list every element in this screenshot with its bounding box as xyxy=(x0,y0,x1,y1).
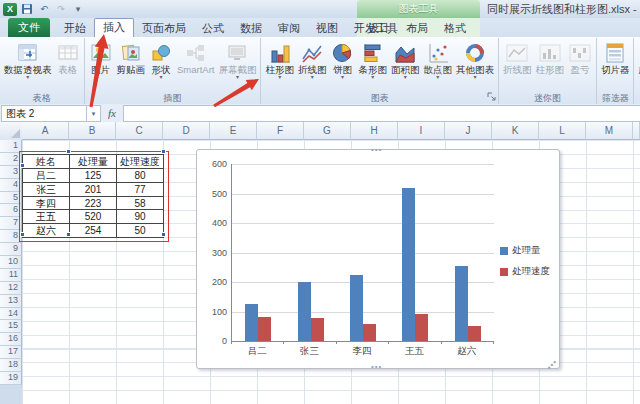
table-cell[interactable]: 223 xyxy=(70,197,117,211)
column-header-H[interactable]: H xyxy=(351,122,398,140)
bar-处理量-王五[interactable] xyxy=(402,188,415,341)
row-header-4[interactable]: 4 xyxy=(0,179,22,192)
other-charts-button[interactable]: 其他图表▾ xyxy=(454,39,496,81)
table-cell[interactable]: 吕二 xyxy=(23,169,70,183)
table-cell[interactable]: 520 xyxy=(70,210,117,224)
row-header-16[interactable]: 16 xyxy=(0,333,22,346)
row-header-14[interactable]: 14 xyxy=(0,308,22,321)
bar-处理量-吕二[interactable] xyxy=(245,304,258,341)
tab-file[interactable]: 文件 xyxy=(8,18,50,37)
shapes-button[interactable]: 形状▾ xyxy=(147,39,175,81)
tab-design[interactable]: 设计 xyxy=(360,19,398,37)
row-header-3[interactable]: 3 xyxy=(0,166,22,179)
bar-处理速度-吕二[interactable] xyxy=(258,317,271,341)
table-cell[interactable]: 125 xyxy=(70,169,117,183)
table-cell[interactable]: 80 xyxy=(117,169,164,183)
bar-处理量-赵六[interactable] xyxy=(455,266,468,341)
chart-top-handle[interactable]: ••• xyxy=(371,148,382,152)
table-cell[interactable]: 赵六 xyxy=(23,224,70,238)
column-header-J[interactable]: J xyxy=(445,122,492,140)
tab-format[interactable]: 格式 xyxy=(436,19,474,37)
line-chart-button[interactable]: 折线图▾ xyxy=(296,39,329,81)
row-header-11[interactable]: 11 xyxy=(0,269,22,282)
column-header-K[interactable]: K xyxy=(492,122,539,140)
column-header-M[interactable]: M xyxy=(586,122,633,140)
column-header-G[interactable]: G xyxy=(304,122,351,140)
hyperlink-button[interactable]: 超链接 xyxy=(636,39,640,76)
name-box[interactable]: 图表 2 xyxy=(1,105,87,122)
table-cell[interactable]: 50 xyxy=(117,224,164,238)
row-header-5[interactable]: 5 xyxy=(0,192,22,205)
bar-处理量-张三[interactable] xyxy=(298,282,311,341)
row-header-9[interactable]: 9 xyxy=(0,243,22,256)
row-header-18[interactable]: 18 xyxy=(0,359,22,372)
scatter-chart-button[interactable]: 散点图▾ xyxy=(421,39,454,81)
save-icon[interactable] xyxy=(20,3,34,16)
table-header-cell[interactable]: 处理量 xyxy=(70,155,117,169)
chart-resize-handle[interactable]: ••• xyxy=(547,360,558,371)
sheet-grid[interactable]: 姓名处理量处理速度吕二12580张三20177李四22358王五52090赵六2… xyxy=(22,140,640,404)
chart-bottom-handle[interactable]: ••• xyxy=(371,365,382,369)
picture-button[interactable]: 图片 xyxy=(87,39,115,76)
slicer-button[interactable]: 切片器 xyxy=(599,39,632,76)
data-table[interactable]: 姓名处理量处理速度吕二12580张三20177李四22358王五52090赵六2… xyxy=(22,154,164,238)
tab-layout[interactable]: 布局 xyxy=(398,19,436,37)
row-header-1[interactable]: 1 xyxy=(0,140,22,153)
column-header-B[interactable]: B xyxy=(69,122,116,140)
row-header-8[interactable]: 8 xyxy=(0,230,22,243)
area-chart-button[interactable]: 面积图▾ xyxy=(389,39,422,81)
tab-review[interactable]: 审阅 xyxy=(270,19,308,37)
row-header-15[interactable]: 15 xyxy=(0,320,22,333)
name-box-dropdown-icon[interactable]: ▾ xyxy=(87,105,101,122)
column-header-F[interactable]: F xyxy=(257,122,304,140)
column-chart-button[interactable]: 柱形图▾ xyxy=(263,39,296,81)
row-header-17[interactable]: 17 xyxy=(0,346,22,359)
column-header-D[interactable]: D xyxy=(163,122,210,140)
clipart-button[interactable]: 剪贴画 xyxy=(115,39,148,76)
insert-function-icon[interactable]: fx xyxy=(101,107,123,119)
row-header-12[interactable]: 12 xyxy=(0,282,22,295)
column-header-E[interactable]: E xyxy=(210,122,257,140)
bar-处理量-李四[interactable] xyxy=(350,275,363,341)
table-cell[interactable]: 李四 xyxy=(23,197,70,211)
bar-处理速度-张三[interactable] xyxy=(311,318,324,341)
table-cell[interactable]: 201 xyxy=(70,183,117,197)
table-header-cell[interactable]: 姓名 xyxy=(23,155,70,169)
legend-entry[interactable]: 处理速度 xyxy=(500,265,550,278)
tab-data[interactable]: 数据 xyxy=(232,19,270,37)
table-cell[interactable]: 58 xyxy=(117,197,164,211)
bar-chart-button[interactable]: 条形图▾ xyxy=(356,39,389,81)
row-header-2[interactable]: 2 xyxy=(0,153,22,166)
bar-处理速度-李四[interactable] xyxy=(363,324,376,341)
table-cell[interactable]: 张三 xyxy=(23,183,70,197)
pie-chart-button[interactable]: 饼图▾ xyxy=(328,39,356,81)
tab-view[interactable]: 视图 xyxy=(308,19,346,37)
table-cell[interactable]: 90 xyxy=(117,210,164,224)
table-cell[interactable]: 王五 xyxy=(23,210,70,224)
customize-quick-access-icon[interactable]: ▾ xyxy=(71,3,85,16)
legend-entry[interactable]: 处理量 xyxy=(500,244,550,257)
row-header-6[interactable]: 6 xyxy=(0,204,22,217)
table-cell[interactable]: 77 xyxy=(117,183,164,197)
pivottable-button[interactable]: 数据透视表▾ xyxy=(2,39,54,81)
tab-formulas[interactable]: 公式 xyxy=(194,19,232,37)
tab-home[interactable]: 开始 xyxy=(56,19,94,37)
column-header-A[interactable]: A xyxy=(22,122,69,140)
select-all-corner[interactable] xyxy=(0,122,23,141)
redo-icon[interactable]: ↷ xyxy=(54,3,68,16)
chart-object[interactable]: 0100200300400500600 吕二张三李四王五赵六 处理量处理速度 •… xyxy=(196,149,560,369)
column-header-L[interactable]: L xyxy=(539,122,586,140)
bar-处理速度-赵六[interactable] xyxy=(468,326,481,341)
column-header-partial[interactable] xyxy=(633,122,640,140)
table-header-cell[interactable]: 处理速度 xyxy=(117,155,164,169)
tab-insert[interactable]: 插入 xyxy=(94,18,134,37)
table-cell[interactable]: 254 xyxy=(70,224,117,238)
row-header-7[interactable]: 7 xyxy=(0,217,22,230)
dialog-launcher-icon[interactable] xyxy=(487,91,496,103)
row-header-10[interactable]: 10 xyxy=(0,256,22,269)
tab-page-layout[interactable]: 页面布局 xyxy=(134,19,194,37)
formula-input[interactable] xyxy=(123,105,640,122)
column-header-I[interactable]: I xyxy=(398,122,445,140)
bar-处理速度-王五[interactable] xyxy=(415,314,428,341)
row-header-13[interactable]: 13 xyxy=(0,295,22,308)
